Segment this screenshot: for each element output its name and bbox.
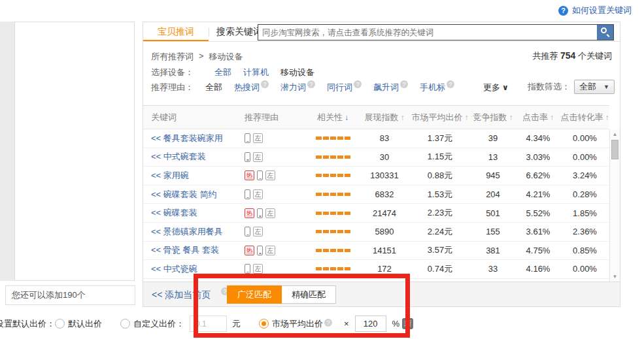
column-keyword[interactable]: 关键词 (143, 112, 239, 123)
table-row: << 餐具套装碗家用 左 83 1.37元 39 4.34% 0.00% (143, 129, 609, 148)
keyword-link[interactable]: << 家用碗 (151, 170, 189, 180)
reason-option-hot[interactable]: 热搜词 (234, 82, 260, 93)
keyword-search-box (258, 24, 614, 40)
competition-value: 33 (470, 264, 516, 274)
keyword-link[interactable]: << 碗碟套装 简约 (151, 189, 216, 199)
column-competition[interactable]: 竞争指数↑ (470, 112, 516, 123)
custom-bid-radio[interactable] (120, 319, 130, 329)
multiply-sign: × (344, 319, 349, 329)
reason-option-all[interactable]: 全部 (205, 82, 222, 93)
add-keyword-arrows: << (151, 227, 161, 236)
cvr-value: 2.36% (560, 227, 609, 236)
keyword-link[interactable]: << 骨瓷 餐具 套装 (151, 245, 219, 255)
help-icon[interactable]: ? (447, 80, 454, 88)
sort-down-icon[interactable]: ↓ (345, 113, 348, 122)
keyword-link[interactable]: << 景德镇家用餐具 (151, 227, 223, 236)
device-filter-row: 选择设备： 全部 计算机 移动设备 (151, 67, 314, 78)
more-label: 更多 (483, 82, 500, 92)
setup-help-link[interactable]: ? 如何设置关键词 (558, 5, 632, 16)
market-avg-radio[interactable] (259, 319, 269, 329)
competition-value: 381 (470, 246, 516, 255)
bid-bar-label: 设置默认出价： (0, 318, 55, 330)
market-avg-label: 市场平均出价 (272, 318, 323, 330)
add-keyword-arrows: << (151, 170, 161, 180)
match-type-buttons: 广泛匹配 精确匹配 (227, 285, 336, 304)
reason-option-mobile-tag[interactable]: 手机标 (420, 82, 445, 93)
competition-value: 501 (470, 208, 516, 218)
search-button[interactable] (597, 25, 613, 40)
help-icon[interactable]: ? (400, 80, 408, 88)
default-bid-radio[interactable] (55, 319, 65, 329)
sort-up-icon[interactable]: ↑ (401, 113, 405, 122)
column-reason[interactable]: 推荐理由 (239, 112, 307, 123)
add-current-page-link[interactable]: << 添加当前页 (152, 282, 211, 307)
reason-option-potential[interactable]: 潜力词 (280, 82, 306, 93)
phone-icon (257, 246, 263, 255)
reason-option-rising[interactable]: 飙升词 (373, 82, 399, 93)
impressions-value: 21474 (359, 208, 410, 218)
column-relevance[interactable]: 相关性↓ (307, 112, 359, 123)
tag-badge: 左 (265, 170, 275, 180)
device-option-pc[interactable]: 计算机 (243, 67, 269, 78)
keyword-link[interactable]: << 餐具套装碗家用 (151, 133, 223, 143)
percent-input[interactable] (355, 315, 386, 332)
help-icon[interactable]: ? (354, 80, 362, 88)
exact-match-button[interactable]: 精确匹配 (282, 285, 336, 304)
custom-bid-input[interactable] (190, 315, 227, 332)
sort-up-icon[interactable]: ↑ (605, 113, 609, 122)
table-row: << 骨瓷 餐具 套装 热 左 14151 3.57元 381 4.75% 0.… (143, 242, 609, 261)
impressions-value: 172 (359, 264, 410, 274)
column-impressions[interactable]: 展现指数↑ (359, 112, 410, 123)
ctr-value: 3.03% (516, 152, 560, 162)
relevance-bars (307, 212, 359, 215)
column-ctr[interactable]: 点击率↑ (516, 112, 560, 123)
cvr-value: 3.24% (560, 170, 609, 180)
reason-option-peer[interactable]: 同行词 (327, 82, 352, 93)
breadcrumb-root[interactable]: 所有推荐词 (151, 51, 194, 63)
index-filter-dropdown[interactable]: 全部 ▼ (574, 80, 615, 94)
tag-badge: 左 (265, 246, 275, 255)
scroll-down-icon[interactable]: ▼ (610, 274, 620, 280)
ctr-value: 4.21% (516, 189, 560, 199)
summary-prefix: 共推荐 (532, 51, 558, 61)
competition-value: 945 (470, 170, 516, 180)
sort-up-icon[interactable]: ↑ (550, 113, 554, 122)
device-option-all[interactable]: 全部 (214, 67, 231, 78)
avg-price-value: 3.57元 (410, 244, 470, 256)
table-header: 关键词 推荐理由 相关性↓ 展现指数↑ 市场平均出价↑ 竞争指数↑ 点击率↑ 点… (143, 105, 609, 129)
reason-icons: 左 (239, 152, 307, 162)
hot-badge: 热 (245, 246, 254, 255)
more-filters-button[interactable]: 更多∨ (483, 82, 509, 93)
avg-price-value: 2.23元 (410, 207, 470, 219)
keyword-link[interactable]: << 中式碗套装 (151, 152, 206, 161)
scroll-up-icon[interactable]: ▲ (610, 131, 620, 137)
add-keyword-arrows: << (151, 245, 161, 255)
table-row: << 碗碟套装 简约 左 6832 1.53元 204 4.21% 0.28% (143, 186, 609, 204)
keyword-link[interactable]: << 碗碟套装 (151, 208, 197, 218)
table-scrollbar[interactable]: ▲ ▼ (609, 129, 620, 282)
impressions-value: 14151 (359, 246, 410, 255)
breadcrumb-current: 移动设备 (209, 51, 243, 63)
phone-icon (257, 170, 263, 180)
device-option-mobile[interactable]: 移动设备 (280, 67, 314, 78)
help-icon[interactable]: ? (307, 80, 315, 88)
help-icon[interactable]: ? (261, 80, 269, 88)
sort-up-icon[interactable]: ↑ (465, 113, 469, 122)
help-question-icon: ? (558, 6, 568, 16)
yuan-unit-label: 元 (232, 318, 241, 330)
add-keyword-arrows: << (151, 208, 161, 218)
broad-match-button[interactable]: 广泛匹配 (227, 285, 282, 304)
column-cvr[interactable]: 点击转化率↑ (560, 112, 609, 123)
table-row: << 中式瓷碗 左 172 0.74元 33 4.16% 0.00% (143, 260, 609, 279)
scrollbar-thumb[interactable] (611, 140, 619, 159)
help-icon[interactable]: ? (324, 319, 332, 327)
column-avg-price[interactable]: 市场平均出价↑ (410, 112, 470, 123)
keyword-search-input[interactable] (258, 25, 597, 40)
tab-product-keywords[interactable]: 宝贝推词 (143, 22, 209, 41)
reason-filter-label: 推荐理由： (151, 82, 194, 93)
keyword-link[interactable]: << 中式瓷碗 (151, 264, 197, 274)
sort-up-icon[interactable]: ↑ (509, 113, 513, 122)
cvr-value: 0.00% (560, 152, 609, 162)
tag-badge: 左 (253, 152, 263, 162)
default-bid-label: 默认出价 (68, 318, 102, 330)
